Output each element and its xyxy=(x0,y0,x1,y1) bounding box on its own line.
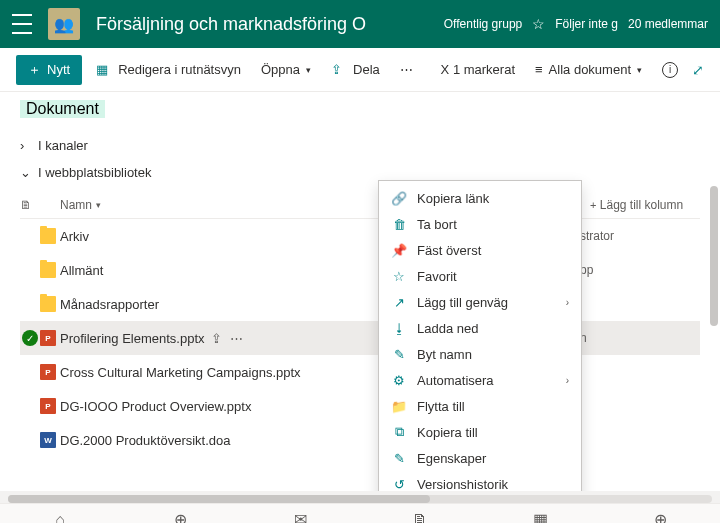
table-row[interactable]: ArkivYesterdstrator xyxy=(20,219,700,253)
info-icon[interactable]: i xyxy=(662,62,678,78)
menu-pin[interactable]: 📌Fäst överst xyxy=(379,237,581,263)
tree-channels[interactable]: › I kanaler xyxy=(20,132,700,159)
menu-copy-link[interactable]: 🔗Kopiera länk xyxy=(379,185,581,211)
vertical-scrollbar[interactable] xyxy=(710,186,718,486)
content-area: Dokument › I kanaler ⌄ I webbplatsbiblio… xyxy=(0,92,720,491)
star-icon[interactable]: ☆ xyxy=(532,16,545,32)
star-icon: ☆ xyxy=(391,268,407,284)
share-label: Dela xyxy=(353,62,380,77)
col-add-label: Lägg till kolumn xyxy=(600,198,683,212)
home-icon[interactable]: ⌂ xyxy=(51,511,69,524)
file-name: DG-IOOO Product Overview.pptx xyxy=(60,399,251,414)
menu-download-label: Ladda ned xyxy=(417,321,478,336)
menu-delete[interactable]: 🗑Ta bort xyxy=(379,211,581,237)
context-menu: 🔗Kopiera länk 🗑Ta bort 📌Fäst överst ☆Fav… xyxy=(378,180,582,491)
bottom-nav: ⌂ ⊕ ✉ 🗎 ▦ ⊕ xyxy=(0,503,720,523)
menu-version-label: Versionshistorik xyxy=(417,477,508,492)
col-name[interactable]: Namn ▾ xyxy=(60,198,380,212)
table-row[interactable]: ✓PProfilering Elements.pptx⇪⋯Augustn xyxy=(20,321,700,355)
menu-properties-label: Egenskaper xyxy=(417,451,486,466)
table-row[interactable]: AllmäntAugustipp xyxy=(20,253,700,287)
pencil-icon: ✎ xyxy=(391,450,407,466)
menu-properties[interactable]: ✎Egenskaper xyxy=(379,445,581,471)
file-name: Cross Cultural Marketing Campaigns.pptx xyxy=(60,365,301,380)
table-row[interactable]: MånadsrapporterAugusti xyxy=(20,287,700,321)
powerpoint-icon: P xyxy=(40,398,56,414)
command-bar: ＋ Nytt ▦ Redigera i rutnätsvyn Öppna ▾ ⇪… xyxy=(0,48,720,92)
tree-sitelib[interactable]: ⌄ I webbplatsbibliotek xyxy=(20,159,700,186)
column-headers: 🗎 Namn ▾ Ändra y ▾ + Lägg till kolumn xyxy=(20,192,700,219)
menu-download[interactable]: ⭳Ladda ned xyxy=(379,315,581,341)
edit-grid-label: Redigera i rutnätsvyn xyxy=(118,62,241,77)
globe-icon[interactable]: ⊕ xyxy=(171,511,189,524)
menu-copy-to[interactable]: ⧉Kopiera till xyxy=(379,419,581,445)
ellipsis-icon[interactable]: ⋯ xyxy=(230,331,243,346)
by-cell: strator xyxy=(580,229,700,243)
menu-delete-label: Ta bort xyxy=(417,217,457,232)
powerpoint-icon: P xyxy=(40,330,56,346)
open-button[interactable]: Öppna ▾ xyxy=(255,58,317,81)
message-icon[interactable]: ✉ xyxy=(291,511,309,524)
edit-grid-button[interactable]: ▦ Redigera i rutnätsvyn xyxy=(90,58,247,82)
ellipsis-icon: ⋯ xyxy=(400,62,413,77)
menu-favorite[interactable]: ☆Favorit xyxy=(379,263,581,289)
chevron-right-icon: › xyxy=(566,375,569,386)
table-row[interactable]: PDG-IOOO Product Overview.pptxAugusti xyxy=(20,389,700,423)
menu-rename[interactable]: ✎Byt namn xyxy=(379,341,581,367)
check-icon: ✓ xyxy=(22,330,38,346)
folder-icon xyxy=(40,296,56,312)
tree-channels-label: I kanaler xyxy=(38,138,88,153)
word-icon: W xyxy=(40,432,56,448)
group-type-label: Offentlig grupp xyxy=(444,17,523,31)
library-title: Dokument xyxy=(20,100,105,118)
share-icon: ⇪ xyxy=(331,62,347,78)
plus-icon: + xyxy=(590,199,596,211)
table-row[interactable]: PCross Cultural Marketing Campaigns.pptx… xyxy=(20,355,700,389)
expand-icon[interactable]: ⤢ xyxy=(692,62,704,78)
col-add[interactable]: + Lägg till kolumn xyxy=(590,198,700,212)
follow-label[interactable]: Följer inte g xyxy=(555,17,618,31)
file-name: Profilering Elements.pptx xyxy=(60,331,205,346)
site-logo[interactable]: 👥 xyxy=(48,8,80,40)
table-row[interactable]: WDG.2000 Produktöversikt.doaAugusti xyxy=(20,423,700,457)
chevron-right-icon: › xyxy=(566,297,569,308)
pin-icon: 📌 xyxy=(391,242,407,258)
file-list: 🗎 Namn ▾ Ändra y ▾ + Lägg till kolumn Ar… xyxy=(0,192,720,457)
document-icon[interactable]: 🗎 xyxy=(411,511,429,524)
selection-count: X 1 markerat xyxy=(441,62,515,77)
list-icon: ≡ xyxy=(535,62,543,77)
members-label[interactable]: 20 medlemmar xyxy=(628,17,708,31)
history-icon: ↺ xyxy=(391,476,407,491)
tree-sitelib-label: I webbplatsbibliotek xyxy=(38,165,151,180)
add-icon[interactable]: ⊕ xyxy=(651,511,669,524)
menu-automate[interactable]: ⚙Automatisera› xyxy=(379,367,581,393)
menu-shortcut-label: Lägg till genväg xyxy=(417,295,508,310)
open-label: Öppna xyxy=(261,62,300,77)
copy-icon: ⧉ xyxy=(391,424,407,440)
menu-automate-label: Automatisera xyxy=(417,373,494,388)
automate-icon: ⚙ xyxy=(391,372,407,388)
file-name: Månadsrapporter xyxy=(60,297,159,312)
share-button[interactable]: ⇪ Dela xyxy=(325,58,386,82)
menu-shortcut[interactable]: ↗Lägg till genväg› xyxy=(379,289,581,315)
file-name: Allmänt xyxy=(60,263,103,278)
new-button[interactable]: ＋ Nytt xyxy=(16,55,82,85)
apps-icon[interactable]: ▦ xyxy=(531,511,549,524)
all-documents-label: Alla dokument xyxy=(549,62,631,77)
chevron-down-icon: ⌄ xyxy=(20,165,30,180)
more-button[interactable]: ⋯ xyxy=(394,58,419,81)
share-icon[interactable]: ⇪ xyxy=(211,331,222,346)
menu-copy-link-label: Kopiera länk xyxy=(417,191,489,206)
horizontal-scrollbar[interactable] xyxy=(8,495,712,503)
waffle-menu-icon[interactable] xyxy=(12,14,32,34)
col-icon[interactable]: 🗎 xyxy=(20,198,60,212)
menu-move[interactable]: 📁Flytta till xyxy=(379,393,581,419)
link-icon: 🔗 xyxy=(391,190,407,206)
all-documents-view[interactable]: ≡ Alla dokument ▾ xyxy=(529,58,648,81)
move-icon: 📁 xyxy=(391,398,407,414)
menu-version[interactable]: ↺Versionshistorik xyxy=(379,471,581,491)
menu-rename-label: Byt namn xyxy=(417,347,472,362)
folder-icon xyxy=(40,228,56,244)
menu-move-label: Flytta till xyxy=(417,399,465,414)
by-cell: pp xyxy=(580,263,700,277)
